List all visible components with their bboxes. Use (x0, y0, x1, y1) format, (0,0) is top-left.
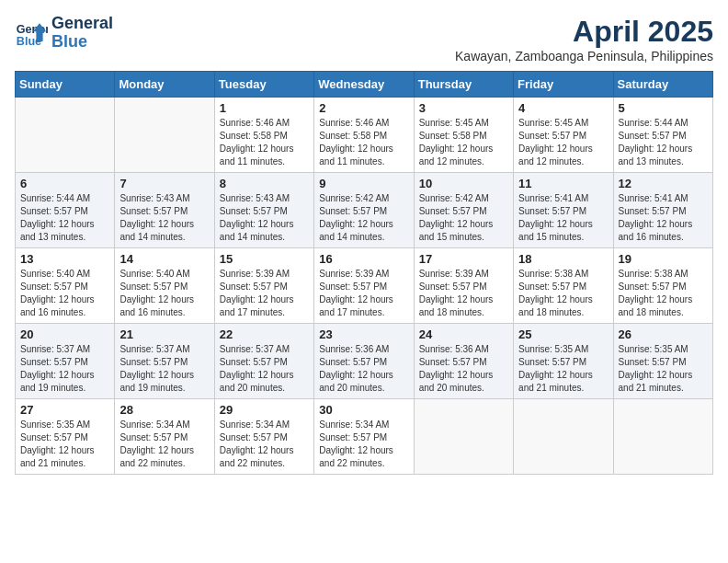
day-number: 21 (119, 327, 209, 341)
day-number: 15 (220, 252, 309, 266)
calendar-week-row: 13Sunrise: 5:40 AMSunset: 5:57 PMDayligh… (16, 248, 713, 324)
table-row: 18Sunrise: 5:38 AMSunset: 5:57 PMDayligh… (514, 248, 613, 324)
day-number: 19 (619, 252, 708, 266)
day-number: 23 (319, 327, 408, 341)
day-info: Sunrise: 5:46 AMSunset: 5:58 PMDaylight:… (220, 117, 309, 168)
table-row: 6Sunrise: 5:44 AMSunset: 5:57 PMDaylight… (16, 173, 115, 248)
table-row: 19Sunrise: 5:38 AMSunset: 5:57 PMDayligh… (613, 248, 712, 324)
table-row: 13Sunrise: 5:40 AMSunset: 5:57 PMDayligh… (16, 248, 115, 324)
day-number: 24 (419, 327, 508, 341)
title-block: April 2025 Kawayan, Zamboanga Peninsula,… (455, 15, 713, 63)
day-number: 10 (419, 177, 508, 190)
table-row: 4Sunrise: 5:45 AMSunset: 5:57 PMDaylight… (514, 98, 613, 173)
table-row: 23Sunrise: 5:36 AMSunset: 5:57 PMDayligh… (314, 324, 414, 399)
logo: General Blue General Blue (15, 15, 113, 52)
table-row: 3Sunrise: 5:45 AMSunset: 5:58 PMDaylight… (414, 98, 513, 173)
table-row: 17Sunrise: 5:39 AMSunset: 5:57 PMDayligh… (414, 248, 513, 324)
table-row: 5Sunrise: 5:44 AMSunset: 5:57 PMDaylight… (613, 98, 712, 173)
day-info: Sunrise: 5:45 AMSunset: 5:58 PMDaylight:… (419, 117, 508, 168)
day-number: 20 (20, 327, 109, 341)
col-saturday: Saturday (613, 72, 712, 98)
logo-text-general: General (51, 15, 113, 33)
day-info: Sunrise: 5:39 AMSunset: 5:57 PMDaylight:… (220, 268, 309, 319)
day-info: Sunrise: 5:36 AMSunset: 5:57 PMDaylight:… (319, 343, 408, 395)
day-number: 17 (419, 252, 508, 266)
location-title: Kawayan, Zamboanga Peninsula, Philippine… (455, 49, 713, 63)
calendar-week-row: 1Sunrise: 5:46 AMSunset: 5:58 PMDaylight… (16, 98, 713, 173)
table-row: 10Sunrise: 5:42 AMSunset: 5:57 PMDayligh… (414, 173, 513, 248)
col-friday: Friday (514, 72, 613, 98)
table-row (16, 98, 115, 173)
table-row: 28Sunrise: 5:34 AMSunset: 5:57 PMDayligh… (115, 399, 214, 475)
day-info: Sunrise: 5:41 AMSunset: 5:57 PMDaylight:… (619, 192, 708, 244)
day-info: Sunrise: 5:37 AMSunset: 5:57 PMDaylight:… (119, 343, 209, 395)
day-info: Sunrise: 5:40 AMSunset: 5:57 PMDaylight:… (20, 268, 109, 319)
day-number: 6 (20, 177, 109, 190)
day-info: Sunrise: 5:38 AMSunset: 5:57 PMDaylight:… (619, 268, 708, 319)
calendar-table: Sunday Monday Tuesday Wednesday Thursday… (15, 71, 713, 475)
table-row: 22Sunrise: 5:37 AMSunset: 5:57 PMDayligh… (214, 324, 313, 399)
table-row: 7Sunrise: 5:43 AMSunset: 5:57 PMDaylight… (115, 173, 214, 248)
table-row: 24Sunrise: 5:36 AMSunset: 5:57 PMDayligh… (414, 324, 513, 399)
day-info: Sunrise: 5:34 AMSunset: 5:57 PMDaylight:… (119, 419, 209, 470)
day-number: 4 (518, 101, 608, 115)
day-info: Sunrise: 5:43 AMSunset: 5:57 PMDaylight:… (220, 192, 309, 244)
day-number: 27 (20, 403, 109, 417)
day-info: Sunrise: 5:37 AMSunset: 5:57 PMDaylight:… (220, 343, 309, 395)
day-info: Sunrise: 5:46 AMSunset: 5:58 PMDaylight:… (319, 117, 408, 168)
table-row: 21Sunrise: 5:37 AMSunset: 5:57 PMDayligh… (115, 324, 214, 399)
table-row (514, 399, 613, 475)
day-number: 18 (518, 252, 608, 266)
day-number: 29 (220, 403, 309, 417)
day-number: 16 (319, 252, 408, 266)
col-sunday: Sunday (16, 72, 115, 98)
day-number: 28 (119, 403, 209, 417)
page-header: General Blue General Blue April 2025 Kaw… (15, 15, 713, 63)
day-info: Sunrise: 5:38 AMSunset: 5:57 PMDaylight:… (518, 268, 608, 319)
col-tuesday: Tuesday (214, 72, 313, 98)
day-number: 26 (619, 327, 708, 341)
day-number: 14 (119, 252, 209, 266)
day-info: Sunrise: 5:39 AMSunset: 5:57 PMDaylight:… (319, 268, 408, 319)
table-row: 9Sunrise: 5:42 AMSunset: 5:57 PMDaylight… (314, 173, 414, 248)
day-info: Sunrise: 5:44 AMSunset: 5:57 PMDaylight:… (619, 117, 708, 168)
day-number: 22 (220, 327, 309, 341)
table-row: 12Sunrise: 5:41 AMSunset: 5:57 PMDayligh… (613, 173, 712, 248)
calendar-week-row: 27Sunrise: 5:35 AMSunset: 5:57 PMDayligh… (16, 399, 713, 475)
table-row: 29Sunrise: 5:34 AMSunset: 5:57 PMDayligh… (214, 399, 313, 475)
col-monday: Monday (115, 72, 214, 98)
month-title: April 2025 (455, 15, 713, 49)
table-row: 11Sunrise: 5:41 AMSunset: 5:57 PMDayligh… (514, 173, 613, 248)
day-info: Sunrise: 5:41 AMSunset: 5:57 PMDaylight:… (518, 192, 608, 244)
day-number: 30 (319, 403, 408, 417)
table-row: 2Sunrise: 5:46 AMSunset: 5:58 PMDaylight… (314, 98, 414, 173)
day-info: Sunrise: 5:34 AMSunset: 5:57 PMDaylight:… (220, 419, 309, 470)
day-info: Sunrise: 5:35 AMSunset: 5:57 PMDaylight:… (20, 419, 109, 470)
day-info: Sunrise: 5:39 AMSunset: 5:57 PMDaylight:… (419, 268, 508, 319)
logo-icon: General Blue (15, 17, 48, 50)
col-thursday: Thursday (414, 72, 513, 98)
day-number: 25 (518, 327, 608, 341)
day-number: 1 (220, 101, 309, 115)
day-info: Sunrise: 5:35 AMSunset: 5:57 PMDaylight:… (518, 343, 608, 395)
day-number: 11 (518, 177, 608, 190)
day-info: Sunrise: 5:34 AMSunset: 5:57 PMDaylight:… (319, 419, 408, 470)
day-number: 7 (119, 177, 209, 190)
day-info: Sunrise: 5:36 AMSunset: 5:57 PMDaylight:… (419, 343, 508, 395)
day-number: 12 (619, 177, 708, 190)
day-info: Sunrise: 5:44 AMSunset: 5:57 PMDaylight:… (20, 192, 109, 244)
col-wednesday: Wednesday (314, 72, 414, 98)
day-number: 3 (419, 101, 508, 115)
table-row: 8Sunrise: 5:43 AMSunset: 5:57 PMDaylight… (214, 173, 313, 248)
table-row: 15Sunrise: 5:39 AMSunset: 5:57 PMDayligh… (214, 248, 313, 324)
day-number: 9 (319, 177, 408, 190)
table-row: 20Sunrise: 5:37 AMSunset: 5:57 PMDayligh… (16, 324, 115, 399)
logo-text-blue: Blue (51, 33, 113, 52)
table-row (414, 399, 513, 475)
table-row: 14Sunrise: 5:40 AMSunset: 5:57 PMDayligh… (115, 248, 214, 324)
day-info: Sunrise: 5:37 AMSunset: 5:57 PMDaylight:… (20, 343, 109, 395)
table-row: 27Sunrise: 5:35 AMSunset: 5:57 PMDayligh… (16, 399, 115, 475)
calendar-week-row: 6Sunrise: 5:44 AMSunset: 5:57 PMDaylight… (16, 173, 713, 248)
day-info: Sunrise: 5:45 AMSunset: 5:57 PMDaylight:… (518, 117, 608, 168)
calendar-week-row: 20Sunrise: 5:37 AMSunset: 5:57 PMDayligh… (16, 324, 713, 399)
